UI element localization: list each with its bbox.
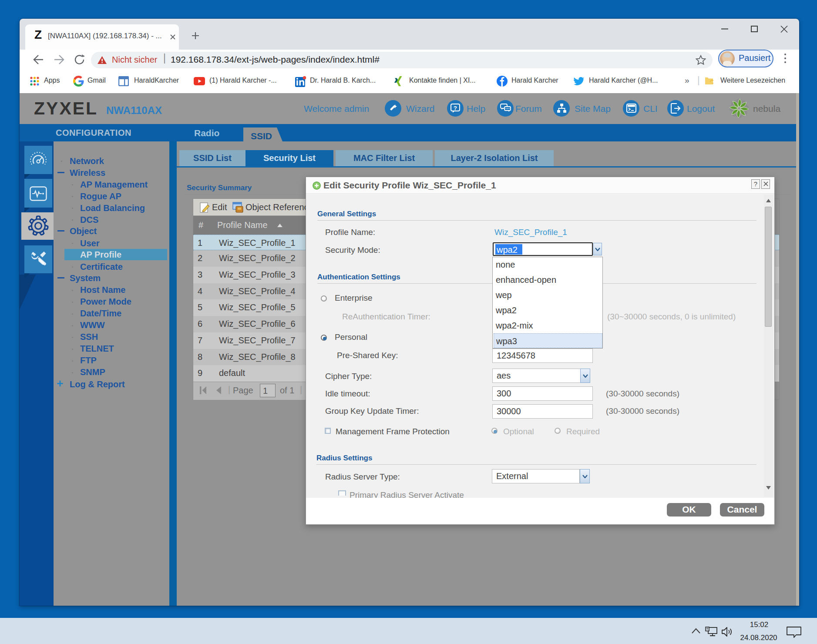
svg-text:?: ? [454, 105, 457, 111]
